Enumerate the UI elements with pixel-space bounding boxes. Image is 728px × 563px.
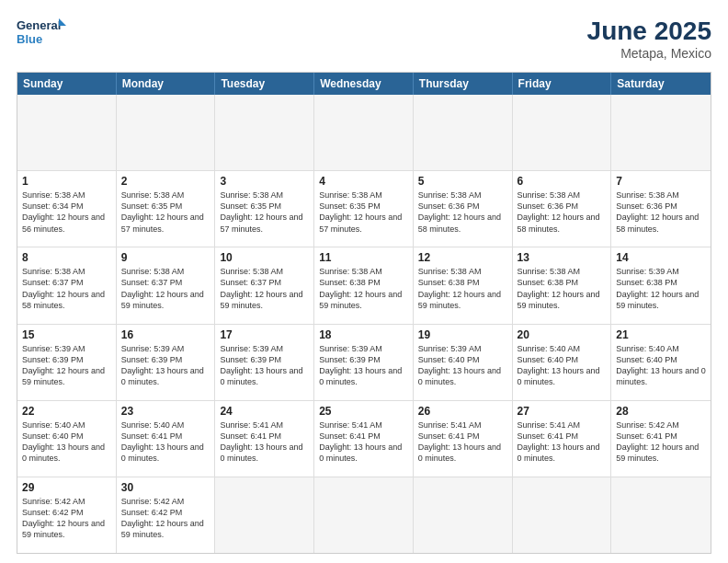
day-number: 11: [319, 251, 408, 264]
table-row: 4 Sunrise: 5:38 AMSunset: 6:35 PMDayligh…: [314, 171, 414, 247]
day-number: 26: [418, 405, 507, 418]
logo-svg: General Blue: [17, 17, 67, 50]
header-tuesday: Tuesday: [215, 73, 314, 95]
main-title: June 2025: [587, 17, 711, 46]
table-row: 1 Sunrise: 5:38 AMSunset: 6:34 PMDayligh…: [17, 171, 117, 247]
day-number: 7: [616, 175, 706, 188]
day-number: 30: [121, 481, 210, 494]
day-number: 8: [22, 251, 111, 264]
svg-marker-2: [59, 18, 66, 26]
day-number: 17: [220, 328, 309, 341]
svg-text:General: General: [17, 18, 61, 32]
table-row: 22 Sunrise: 5:40 AMSunset: 6:40 PMDaylig…: [17, 401, 117, 477]
cell-info: Sunrise: 5:42 AMSunset: 6:42 PMDaylight:…: [121, 497, 204, 539]
table-row: [215, 95, 314, 170]
calendar-body: 1 Sunrise: 5:38 AMSunset: 6:34 PMDayligh…: [17, 95, 711, 553]
day-number: 25: [319, 405, 408, 418]
cell-info: Sunrise: 5:39 AMSunset: 6:39 PMDaylight:…: [22, 344, 105, 386]
cell-info: Sunrise: 5:38 AMSunset: 6:34 PMDaylight:…: [22, 190, 105, 233]
logo: General Blue: [17, 17, 67, 50]
table-row: [314, 95, 414, 170]
table-row: [414, 95, 513, 170]
day-number: 20: [518, 328, 607, 341]
day-number: 29: [22, 481, 111, 494]
day-number: 9: [121, 251, 210, 264]
cell-info: Sunrise: 5:40 AMSunset: 6:40 PMDaylight:…: [518, 344, 600, 386]
day-number: 16: [121, 328, 210, 341]
table-row: 13 Sunrise: 5:38 AMSunset: 6:38 PMDaylig…: [513, 247, 612, 323]
cell-info: Sunrise: 5:38 AMSunset: 6:36 PMDaylight:…: [616, 190, 699, 233]
cell-info: Sunrise: 5:38 AMSunset: 6:37 PMDaylight:…: [220, 267, 302, 309]
header-saturday: Saturday: [611, 73, 711, 95]
cell-info: Sunrise: 5:42 AMSunset: 6:42 PMDaylight:…: [22, 497, 105, 539]
day-number: 10: [220, 251, 309, 264]
table-row: [513, 95, 612, 170]
table-row: 23 Sunrise: 5:40 AMSunset: 6:41 PMDaylig…: [117, 401, 216, 477]
table-row: 18 Sunrise: 5:39 AMSunset: 6:39 PMDaylig…: [314, 325, 414, 400]
table-row: 3 Sunrise: 5:38 AMSunset: 6:35 PMDayligh…: [215, 171, 314, 247]
day-number: 1: [22, 175, 111, 188]
table-row: [513, 477, 612, 553]
table-row: 12 Sunrise: 5:38 AMSunset: 6:38 PMDaylig…: [414, 247, 513, 323]
subtitle: Metapa, Mexico: [587, 46, 711, 61]
table-row: 9 Sunrise: 5:38 AMSunset: 6:37 PMDayligh…: [117, 247, 216, 323]
cell-info: Sunrise: 5:38 AMSunset: 6:35 PMDaylight:…: [319, 190, 402, 233]
cell-info: Sunrise: 5:38 AMSunset: 6:38 PMDaylight:…: [518, 267, 600, 309]
calendar: Sunday Monday Tuesday Wednesday Thursday…: [17, 72, 711, 554]
day-number: 27: [518, 405, 607, 418]
header: General Blue June 2025 Metapa, Mexico: [17, 17, 711, 61]
table-row: 30 Sunrise: 5:42 AMSunset: 6:42 PMDaylig…: [117, 477, 216, 553]
cell-info: Sunrise: 5:38 AMSunset: 6:37 PMDaylight:…: [121, 267, 204, 309]
header-wednesday: Wednesday: [314, 73, 414, 95]
week-row-0: [17, 95, 711, 170]
table-row: 28 Sunrise: 5:42 AMSunset: 6:41 PMDaylig…: [611, 401, 711, 477]
table-row: 19 Sunrise: 5:39 AMSunset: 6:40 PMDaylig…: [414, 325, 513, 400]
day-number: 2: [121, 175, 210, 188]
calendar-header: Sunday Monday Tuesday Wednesday Thursday…: [17, 73, 711, 95]
table-row: 11 Sunrise: 5:38 AMSunset: 6:38 PMDaylig…: [314, 247, 414, 323]
cell-info: Sunrise: 5:41 AMSunset: 6:41 PMDaylight:…: [518, 420, 600, 463]
cell-info: Sunrise: 5:40 AMSunset: 6:40 PMDaylight:…: [22, 420, 105, 463]
cell-info: Sunrise: 5:40 AMSunset: 6:41 PMDaylight:…: [121, 420, 204, 463]
table-row: 17 Sunrise: 5:39 AMSunset: 6:39 PMDaylig…: [215, 325, 314, 400]
cell-info: Sunrise: 5:41 AMSunset: 6:41 PMDaylight:…: [220, 420, 302, 463]
cell-info: Sunrise: 5:38 AMSunset: 6:35 PMDaylight:…: [220, 190, 302, 233]
day-number: 15: [22, 328, 111, 341]
table-row: [117, 95, 216, 170]
table-row: 27 Sunrise: 5:41 AMSunset: 6:41 PMDaylig…: [513, 401, 612, 477]
day-number: 4: [319, 175, 408, 188]
table-row: 5 Sunrise: 5:38 AMSunset: 6:36 PMDayligh…: [414, 171, 513, 247]
cell-info: Sunrise: 5:41 AMSunset: 6:41 PMDaylight:…: [418, 420, 501, 463]
table-row: 6 Sunrise: 5:38 AMSunset: 6:36 PMDayligh…: [513, 171, 612, 247]
header-sunday: Sunday: [17, 73, 117, 95]
day-number: 24: [220, 405, 309, 418]
day-number: 13: [518, 251, 607, 264]
table-row: [215, 477, 314, 553]
cell-info: Sunrise: 5:40 AMSunset: 6:40 PMDaylight:…: [616, 344, 706, 386]
cell-info: Sunrise: 5:38 AMSunset: 6:38 PMDaylight:…: [319, 267, 402, 309]
cell-info: Sunrise: 5:39 AMSunset: 6:40 PMDaylight:…: [418, 344, 501, 386]
table-row: 26 Sunrise: 5:41 AMSunset: 6:41 PMDaylig…: [414, 401, 513, 477]
table-row: [414, 477, 513, 553]
week-row-5: 29 Sunrise: 5:42 AMSunset: 6:42 PMDaylig…: [17, 477, 711, 553]
day-number: 18: [319, 328, 408, 341]
cell-info: Sunrise: 5:38 AMSunset: 6:35 PMDaylight:…: [121, 190, 204, 233]
cell-info: Sunrise: 5:38 AMSunset: 6:38 PMDaylight:…: [418, 267, 501, 309]
table-row: 20 Sunrise: 5:40 AMSunset: 6:40 PMDaylig…: [513, 325, 612, 400]
cell-info: Sunrise: 5:39 AMSunset: 6:39 PMDaylight:…: [121, 344, 204, 386]
table-row: 29 Sunrise: 5:42 AMSunset: 6:42 PMDaylig…: [17, 477, 117, 553]
header-thursday: Thursday: [414, 73, 513, 95]
day-number: 23: [121, 405, 210, 418]
cell-info: Sunrise: 5:38 AMSunset: 6:36 PMDaylight:…: [518, 190, 600, 233]
cell-info: Sunrise: 5:39 AMSunset: 6:39 PMDaylight:…: [319, 344, 402, 386]
table-row: 2 Sunrise: 5:38 AMSunset: 6:35 PMDayligh…: [117, 171, 216, 247]
week-row-3: 15 Sunrise: 5:39 AMSunset: 6:39 PMDaylig…: [17, 324, 711, 400]
cell-info: Sunrise: 5:39 AMSunset: 6:39 PMDaylight:…: [220, 344, 302, 386]
day-number: 5: [418, 175, 507, 188]
day-number: 6: [518, 175, 607, 188]
week-row-2: 8 Sunrise: 5:38 AMSunset: 6:37 PMDayligh…: [17, 247, 711, 323]
cell-info: Sunrise: 5:39 AMSunset: 6:38 PMDaylight:…: [616, 267, 699, 309]
table-row: 8 Sunrise: 5:38 AMSunset: 6:37 PMDayligh…: [17, 247, 117, 323]
title-block: June 2025 Metapa, Mexico: [587, 17, 711, 61]
day-number: 3: [220, 175, 309, 188]
